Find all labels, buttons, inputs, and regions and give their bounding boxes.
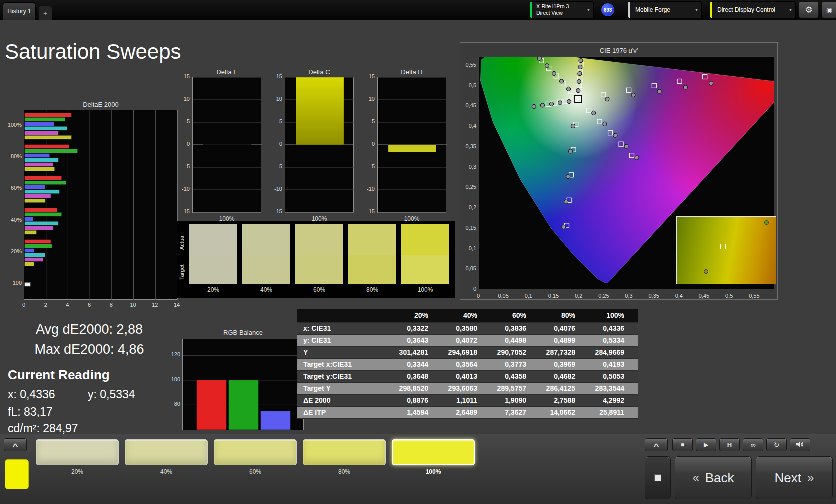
loop-icon: ∞: [751, 441, 756, 449]
reading-y-label: y:: [88, 388, 97, 401]
delta_h-plot: [378, 77, 446, 213]
table-col-header: 40%: [442, 309, 492, 322]
record-icon: ◉: [826, 6, 832, 14]
saturation-patch-button-100%[interactable]: [392, 440, 475, 466]
play-button[interactable]: ▶: [696, 438, 716, 452]
meter-selector-text: X-Rite i1Pro 3 Direct View: [530, 4, 569, 16]
deltae2000-chart: DeltaE 200002468101214100%80%60%40%20%10…: [4, 101, 188, 317]
swatch-target: [402, 256, 450, 284]
current-reading-x: x: 0,4336: [8, 388, 56, 402]
delta_c-ytick: -15: [268, 208, 282, 214]
collapse-right-button[interactable]: ∧: [645, 438, 668, 452]
delta_l-title: Delta L: [192, 68, 262, 76]
table-cell: 0,3773: [492, 358, 540, 370]
pattern-window-button[interactable]: [645, 456, 671, 500]
delta_h-ytick: -15: [360, 208, 375, 214]
loop-button[interactable]: ∞: [743, 438, 764, 452]
cie-ytick: 0,3: [460, 164, 476, 170]
delta_c-title: Delta C: [285, 68, 354, 76]
table-row-label: ΔE ITP: [298, 406, 394, 418]
pattern-square-icon: [654, 474, 662, 482]
display-selector[interactable]: Direct Display Control ▼: [710, 2, 796, 18]
table-cell: 286,4125: [540, 382, 590, 394]
table-row: Target y:CIE310,36480,40130,43580,46820,…: [298, 370, 638, 382]
table-cell: 0,5334: [590, 334, 638, 346]
reading-x-label: x:: [8, 388, 17, 401]
delta_l-ytick: 15: [175, 74, 190, 80]
collapse-left-button[interactable]: ∧: [4, 438, 27, 452]
delta_l-ytick: 10: [175, 96, 190, 102]
stop-button[interactable]: ■: [672, 438, 693, 452]
delta_c-ytick: 5: [268, 118, 282, 124]
source-selector[interactable]: Mobile Forge ▼: [628, 2, 702, 18]
inset-measured-dot: [704, 270, 708, 274]
top-bar: History 1 + X-Rite i1Pro 3 Direct View ▼…: [0, 0, 836, 20]
refresh-icon: ↻: [774, 441, 780, 449]
table-cell: 0,3580: [442, 322, 492, 334]
add-tab-button[interactable]: +: [39, 6, 52, 20]
swatch-target: [296, 256, 344, 284]
table-cell: 0,3322: [394, 322, 442, 334]
saturation-patch-button-20%[interactable]: [36, 440, 119, 466]
transport-controls: ■▶H∞↻: [672, 438, 832, 452]
table-row-label: x: CIE31: [298, 322, 394, 334]
table-header-row: 20%40%60%80%100%: [298, 309, 638, 322]
delta_h-ytick: -5: [360, 164, 375, 170]
hold-icon: H: [728, 442, 732, 449]
deltae-xtick: 0: [18, 302, 30, 308]
deltae-xtick: 10: [128, 302, 140, 308]
table-cell: 2,7588: [540, 394, 590, 406]
deltae-xtick: 12: [149, 302, 161, 308]
session-badge[interactable]: 693: [602, 4, 614, 16]
table-cell: 0,3344: [394, 358, 442, 370]
delta_l-ytick: -10: [175, 186, 190, 192]
table-cell: 7,3627: [492, 406, 540, 418]
swatch-label: 60%: [296, 286, 344, 294]
cie-ytick: 0,5: [460, 82, 476, 88]
next-button[interactable]: Next »: [756, 456, 833, 500]
table-cell: 0,4013: [442, 370, 492, 382]
inset-target-square: [720, 244, 726, 250]
table-cell: 294,6918: [442, 346, 492, 358]
swatch-actual: [296, 224, 344, 256]
meter-selector[interactable]: X-Rite i1Pro 3 Direct View ▼: [530, 2, 594, 18]
delta_h-ytick: -10: [360, 186, 375, 192]
deltae-group-label: 80%: [4, 154, 22, 160]
saturation-patch-button-80%[interactable]: [303, 440, 386, 466]
swatch-actual: [242, 224, 290, 256]
table-cell: 0,4076: [540, 322, 590, 334]
hold-button[interactable]: H: [720, 438, 740, 452]
speaker-icon: [796, 441, 804, 450]
saturation-patch-button-40%[interactable]: [125, 440, 208, 466]
back-button[interactable]: « Back: [675, 456, 752, 500]
table-cell: 0,4336: [590, 322, 638, 334]
current-patch-preview: [5, 460, 29, 490]
table-row: Target x:CIE310,33440,35640,37730,39690,…: [298, 358, 638, 370]
table-col-header: 60%: [492, 309, 540, 322]
saturation-patch-button-60%[interactable]: [214, 440, 297, 466]
chevron-down-icon: ▼: [695, 8, 698, 12]
swatch-row-label-actual: Actual: [179, 228, 185, 256]
saturation-data-table: 20%40%60%80%100%x: CIE310,33220,35800,38…: [298, 309, 638, 419]
delta_h-ytick: 15: [360, 74, 375, 80]
deltae-xtick: 8: [106, 302, 118, 308]
max-de2000-stat: Max dE2000: 4,86: [7, 342, 172, 358]
edge-button[interactable]: ◉: [822, 2, 836, 18]
delta_l-plot: [192, 77, 262, 213]
table-cell: 289,5757: [492, 382, 540, 394]
avg-de2000-stat: Avg dE2000: 2,88: [7, 322, 172, 338]
deltae-group-label: 100%: [4, 122, 22, 128]
cie-xtick: 0,1: [522, 293, 536, 299]
table-row-label: y: CIE31: [298, 334, 394, 346]
table-cell: 0,4899: [540, 334, 590, 346]
speaker-button[interactable]: [790, 438, 810, 452]
chevron-up-icon: ∧: [652, 442, 660, 448]
swatch-label: 80%: [348, 286, 396, 294]
settings-button[interactable]: ⚙: [799, 2, 819, 18]
table-row: ΔE 20000,88761,10111,90902,75884,2992: [298, 394, 638, 406]
delta_h-ytick: 0: [360, 141, 375, 147]
refresh-button[interactable]: ↻: [766, 438, 787, 452]
tab-history-1[interactable]: History 1: [3, 2, 36, 20]
table-row: x: CIE310,33220,35800,38360,40760,4336: [298, 322, 638, 334]
deltae-xtick: 2: [40, 302, 52, 308]
